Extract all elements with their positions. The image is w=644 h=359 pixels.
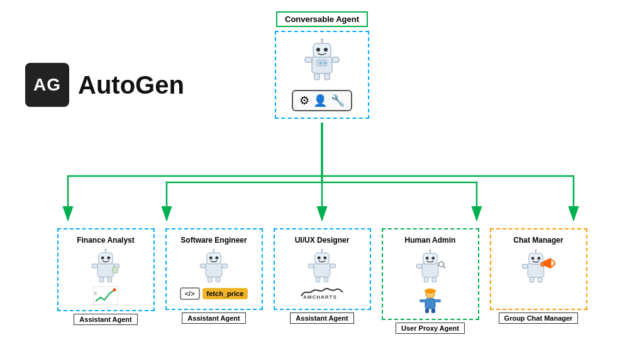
top-node-conversable-agent: Conversable Agent [275, 11, 369, 119]
code-tag-icon: </> [180, 287, 200, 300]
svg-rect-20 [92, 264, 97, 268]
finance-robot-icon [91, 248, 121, 284]
top-node-label: Conversable Agent [276, 11, 368, 27]
bottom-agents-row: Finance Analyst [0, 228, 644, 334]
svg-rect-34 [200, 264, 206, 268]
svg-rect-22 [99, 277, 103, 282]
svg-rect-44 [308, 264, 314, 268]
svg-point-31 [215, 257, 218, 260]
finance-analyst-name: Finance Analyst [77, 236, 135, 245]
svg-point-11 [319, 62, 322, 64]
fetch-price-button: fetch_price [203, 288, 248, 299]
agent-card-human-admin: Human Admin [380, 228, 480, 334]
software-robot-icon [199, 248, 229, 284]
svg-rect-14 [97, 263, 114, 277]
uiux-designer-type: Assistant Agent [290, 312, 353, 324]
svg-rect-63 [425, 299, 435, 309]
code-box: </> fetch_price [180, 287, 248, 300]
svg-rect-8 [314, 74, 319, 80]
svg-point-33 [213, 249, 214, 251]
chat-manager-visual [521, 248, 556, 287]
agent-box-uiux-designer: UI/UX Designer [274, 228, 371, 310]
svg-rect-37 [216, 277, 219, 282]
amcharts-logo: AMCHARTS [300, 286, 344, 299]
user-icon: 👤 [313, 94, 327, 108]
uiux-designer-name: UI/UX Designer [295, 236, 350, 245]
svg-point-52 [431, 257, 435, 260]
chat-manager-robot-icon [521, 248, 556, 287]
svg-point-3 [324, 48, 328, 52]
human-admin-visual [415, 248, 445, 314]
svg-rect-23 [108, 277, 111, 282]
svg-point-12 [324, 62, 326, 64]
svg-text:$: $ [94, 291, 97, 295]
svg-point-5 [321, 38, 323, 41]
autogen-brand-name: AutoGen [78, 71, 184, 99]
svg-rect-9 [325, 74, 330, 80]
svg-point-26 [113, 289, 116, 292]
svg-point-71 [537, 257, 540, 260]
svg-point-62 [425, 289, 436, 294]
finance-chart-icon: $ [93, 286, 118, 305]
human-admin-robot-icon [415, 248, 445, 286]
svg-point-30 [209, 257, 213, 260]
agent-card-finance-analyst: Finance Analyst [55, 228, 156, 334]
autogen-logo: AG AutoGen [25, 63, 184, 107]
svg-rect-66 [425, 309, 429, 313]
svg-rect-38 [314, 263, 330, 277]
svg-point-2 [316, 48, 320, 52]
ag-logo-box: AG [25, 63, 69, 107]
chat-manager-name: Chat Manager [513, 236, 563, 245]
svg-rect-46 [316, 277, 319, 282]
svg-rect-24 [113, 267, 118, 273]
agent-card-chat-manager: Chat Manager [488, 228, 589, 334]
svg-rect-65 [435, 299, 441, 302]
svg-rect-60 [432, 277, 436, 282]
uiux-robot-icon [307, 248, 337, 284]
agent-box-finance-analyst: Finance Analyst [57, 228, 155, 311]
ag-logo-text: AG [33, 75, 61, 95]
svg-rect-47 [324, 277, 328, 282]
svg-point-73 [535, 249, 536, 251]
svg-rect-64 [419, 299, 425, 302]
agent-card-uiux-designer: UI/UX Designer [272, 228, 372, 334]
svg-point-16 [101, 257, 104, 260]
human-admin-name: Human Admin [405, 236, 456, 245]
svg-rect-45 [330, 264, 336, 268]
svg-rect-6 [305, 57, 312, 62]
finance-analyst-type: Assistant Agent [74, 314, 137, 325]
top-node-box: ⚙ 👤 🔧 [275, 31, 369, 119]
svg-point-54 [429, 249, 431, 251]
svg-rect-75 [541, 262, 544, 266]
svg-point-70 [531, 257, 535, 260]
svg-point-19 [104, 249, 106, 251]
agent-card-software-engineer: Software Engineer [164, 228, 264, 334]
svg-text:AMCHARTS: AMCHARTS [303, 294, 337, 299]
top-robot-icon [303, 38, 341, 86]
svg-rect-49 [422, 263, 438, 277]
svg-rect-74 [522, 264, 528, 268]
svg-rect-59 [424, 277, 428, 282]
human-figure-icon [416, 289, 444, 314]
software-engineer-visual: </> fetch_price [180, 248, 248, 300]
chat-manager-type: Group Chat Manager [499, 312, 579, 324]
svg-rect-67 [431, 309, 435, 313]
uiux-designer-visual: AMCHARTS [300, 248, 344, 299]
agent-box-chat-manager: Chat Manager [490, 228, 587, 310]
svg-point-43 [321, 249, 323, 251]
tools-icon: 🔧 [331, 94, 345, 108]
agent-box-human-admin: Human Admin [382, 228, 479, 320]
svg-rect-35 [222, 264, 228, 268]
human-admin-type: User Proxy Agent [396, 323, 465, 334]
diagram-container: AG AutoGen Conversable Agent [0, 0, 644, 359]
svg-rect-7 [332, 57, 339, 62]
tools-bar: ⚙ 👤 🔧 [292, 90, 352, 111]
software-engineer-type: Assistant Agent [182, 312, 245, 324]
svg-point-51 [426, 257, 429, 260]
openai-icon: ⚙ [299, 94, 309, 108]
svg-rect-55 [416, 264, 422, 268]
software-engineer-name: Software Engineer [180, 236, 247, 245]
svg-rect-28 [206, 263, 222, 277]
svg-rect-77 [530, 277, 533, 282]
svg-rect-36 [208, 277, 211, 282]
